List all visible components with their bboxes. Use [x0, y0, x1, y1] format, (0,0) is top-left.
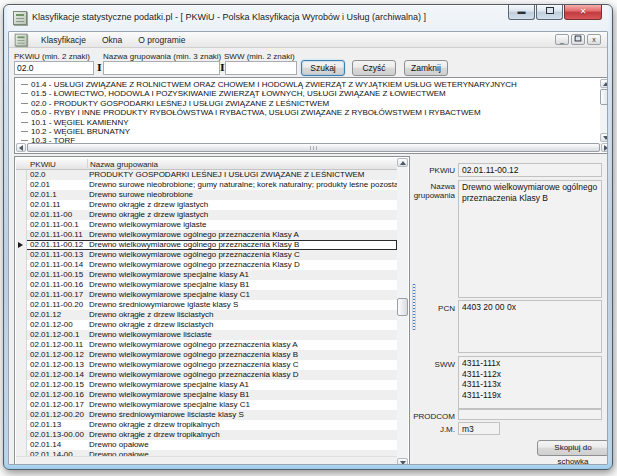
- table-row[interactable]: 02.01.12Drewno okrągłe z drzew liściasty…: [16, 310, 397, 320]
- splitter-grip-icon[interactable]: [412, 284, 416, 330]
- mdi-child-icon[interactable]: [15, 34, 28, 47]
- table-row[interactable]: 02.01.13Drewno okrągłe z drzew tropikaln…: [16, 420, 397, 430]
- menu-okna[interactable]: Okna: [94, 32, 130, 48]
- table-row[interactable]: 02.01.12-00.14Drewno wielkowymiarowe ogó…: [16, 370, 397, 380]
- tree-item[interactable]: 02.0 - PRODUKTY GOSPODARKI LEŚNEJ I USŁU…: [16, 99, 600, 108]
- tree-vertical-scrollbar[interactable]: [600, 79, 608, 142]
- scroll-down-icon[interactable]: [397, 458, 408, 465]
- tree-item[interactable]: 01.5 - ŁOWIECTWO, HODOWLA I POZYSKIWANIE…: [16, 89, 600, 98]
- pkwiu-field-label: PKWiU (min. 2 znaki): [14, 52, 90, 61]
- row-selector[interactable]: [16, 370, 27, 380]
- czysc-button[interactable]: Czyść: [352, 60, 396, 76]
- table-row[interactable]: 02.01.12-00.13Drewno wielkowymiarowe ogó…: [16, 360, 397, 370]
- row-selector[interactable]: [16, 360, 27, 370]
- tree-item[interactable]: 01.4 - USŁUGI ZWIĄZANE Z ROLNICTWEM ORAZ…: [16, 80, 600, 89]
- table-row[interactable]: 02.01.12-00.17Drewno wielkowymiarowe spe…: [16, 400, 397, 410]
- table-row[interactable]: 02.01.11-00.11Drewno wielkowymiarowe ogó…: [16, 230, 397, 240]
- row-selector[interactable]: [16, 320, 27, 330]
- table-row[interactable]: 02.01.13-00.00Drewno okrągłe z drzew tro…: [16, 430, 397, 440]
- row-selector[interactable]: [16, 340, 27, 350]
- table-row[interactable]: 02.01.12-00Drewno okrągłe z drzew liścia…: [16, 320, 397, 330]
- row-selector[interactable]: [16, 170, 27, 180]
- table-row[interactable]: 02.01.11-00.16Drewno wielkowymiarowe spe…: [16, 280, 397, 290]
- row-selector[interactable]: [16, 180, 27, 190]
- row-selector[interactable]: [16, 200, 27, 210]
- row-selector[interactable]: [16, 250, 27, 260]
- table-row[interactable]: 02.01.11-00Drewno okrągłe z drzew iglast…: [16, 210, 397, 220]
- cell-pkwiu: 02.01.11-00.13: [27, 250, 87, 260]
- table-row[interactable]: 02.01.11-00.20Drewno średniowymiarowe ig…: [16, 300, 397, 310]
- tree-horizontal-scrollbar[interactable]: [16, 143, 608, 152]
- row-selector[interactable]: [16, 400, 27, 410]
- copy-to-clipboard-button[interactable]: Skopiuj do schowka: [537, 440, 608, 456]
- table-row[interactable]: 02.01.12-00.1Drewno wielkowymiarowe liśc…: [16, 330, 397, 340]
- tree-vscroll-thumb[interactable]: [600, 89, 608, 105]
- minimize-button[interactable]: ▬: [508, 5, 535, 20]
- table-row[interactable]: 02.01.12-00.20Drewno średniowymiarowe li…: [16, 410, 397, 420]
- cell-nazwa: Drewno wielkowymiarowe specjalne klasy C…: [87, 400, 397, 410]
- mdi-close-button[interactable]: x: [587, 34, 601, 45]
- nazwa-search-input[interactable]: [103, 61, 220, 75]
- mdi-minimize-button[interactable]: _: [555, 34, 569, 45]
- table-row[interactable]: 02.01.12-00.16Drewno wielkowymiarowe spe…: [16, 390, 397, 400]
- row-selector[interactable]: [16, 310, 27, 320]
- zamknij-button[interactable]: Zamknij: [404, 60, 448, 76]
- row-selector[interactable]: [16, 260, 27, 270]
- table-row[interactable]: 02.01.12-00.12Drewno wielkowymiarowe ogó…: [16, 350, 397, 360]
- table-row[interactable]: 02.01.12-00.15Drewno wielkowymiarowe spe…: [16, 380, 397, 390]
- table-row[interactable]: 02.01.11-00.15Drewno wielkowymiarowe spe…: [16, 270, 397, 280]
- cell-pkwiu: 02.01.11-00.14: [27, 260, 87, 270]
- row-selector[interactable]: [16, 390, 27, 400]
- sww-search-input[interactable]: [225, 61, 297, 75]
- pkwiu-search-input[interactable]: [14, 61, 94, 75]
- row-selector[interactable]: [16, 300, 27, 310]
- tree-item[interactable]: 05.0 - RYBY I INNE PRODUKTY RYBOŁÓWSTWA …: [16, 108, 600, 117]
- row-selector[interactable]: [16, 440, 27, 450]
- table-row[interactable]: 02.01.11-00.17Drewno wielkowymiarowe spe…: [16, 290, 397, 300]
- table-row[interactable]: 02.01.11-00.1Drewno wielkowymiarowe igla…: [16, 220, 397, 230]
- scroll-left-icon[interactable]: [16, 143, 26, 152]
- close-button[interactable]: ✕: [564, 5, 602, 20]
- szukaj-button[interactable]: Szukaj: [301, 60, 345, 76]
- tree-hscroll-thumb[interactable]: [27, 143, 600, 152]
- scroll-down-icon[interactable]: [600, 133, 608, 142]
- row-selector[interactable]: [16, 330, 27, 340]
- row-selector[interactable]: [16, 240, 27, 250]
- column-header-pkwiu[interactable]: PKWiU: [30, 158, 56, 169]
- table-row[interactable]: 02.01.11-00.14Drewno wielkowymiarowe ogó…: [16, 260, 397, 270]
- title-bar[interactable]: Klasyfikacje statystyczne podatki.pl - […: [4, 5, 612, 31]
- table-row[interactable]: 02.01.11-00.13Drewno wielkowymiarowe ogó…: [16, 250, 397, 260]
- menu-o-programie[interactable]: O programie: [130, 32, 193, 48]
- row-selector[interactable]: [16, 280, 27, 290]
- app-window: Klasyfikacje statystyczne podatki.pl - […: [3, 4, 613, 470]
- mdi-restore-button[interactable]: [571, 34, 585, 45]
- row-selector[interactable]: [16, 230, 27, 240]
- table-row[interactable]: 02.01Drewno surowe nieobrobione; gumy na…: [16, 180, 397, 190]
- row-selector[interactable]: [16, 220, 27, 230]
- scroll-up-icon[interactable]: [397, 158, 408, 167]
- table-row[interactable]: 02.01.11Drewno okrągłe z drzew iglastych: [16, 200, 397, 210]
- row-selector[interactable]: [16, 380, 27, 390]
- table-row[interactable]: 02.01.14Drewno opałowe: [16, 440, 397, 450]
- tree-item[interactable]: 10.1 - WĘGIEL KAMIENNY: [16, 118, 600, 127]
- row-selector[interactable]: [16, 420, 27, 430]
- cell-pkwiu: 02.01.11-00: [27, 210, 87, 220]
- table-row[interactable]: 02.01.1Drewno surowe nieobrobione: [16, 190, 397, 200]
- menu-klasyfikacje[interactable]: Klasyfikacje: [33, 32, 94, 48]
- table-row[interactable]: 02.01.12-00.11Drewno wielkowymiarowe ogó…: [16, 340, 397, 350]
- row-selector[interactable]: [16, 410, 27, 420]
- scroll-right-icon[interactable]: [601, 143, 608, 152]
- row-selector[interactable]: [16, 270, 27, 280]
- row-selector[interactable]: [16, 430, 27, 440]
- table-row-selected[interactable]: 02.01.11-00.12Drewno wielkowymiarowe ogó…: [16, 240, 397, 250]
- scroll-up-icon[interactable]: [600, 79, 608, 88]
- maximize-button[interactable]: [536, 5, 563, 20]
- row-selector[interactable]: [16, 210, 27, 220]
- tree-item[interactable]: 10.2 - WĘGIEL BRUNATNY: [16, 127, 600, 136]
- table-row[interactable]: 02.0PRODUKTY GOSPODARKI LEŚNEJ I USŁUGI …: [16, 170, 397, 180]
- row-selector[interactable]: [16, 290, 27, 300]
- column-header-nazwa[interactable]: Nazwa grupowania: [90, 158, 158, 169]
- table-vscroll-thumb[interactable]: [397, 298, 408, 316]
- row-selector[interactable]: [16, 350, 27, 360]
- row-selector[interactable]: [16, 190, 27, 200]
